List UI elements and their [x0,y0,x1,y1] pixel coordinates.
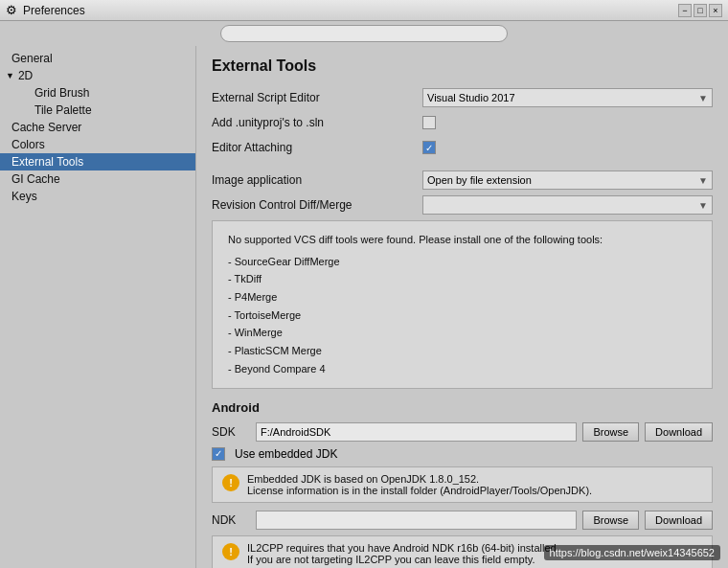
sidebar-item-external-tools[interactable]: External Tools [0,153,195,170]
sdk-label: SDK [212,425,250,439]
editor-attaching-checkbox[interactable] [422,141,436,154]
title-bar: ⚙ Preferences − □ × [0,0,728,21]
revision-label: Revision Control Diff/Merge [212,198,422,212]
revision-row: Revision Control Diff/Merge ▼ [212,195,713,215]
diff-tool-5: - WinMerge [228,324,696,342]
unity-proj-checkbox[interactable] [422,116,436,129]
chevron-down-icon: ▼ [6,71,14,80]
diff-tool-2: - TkDiff [228,270,696,288]
jdk-warning-line1: Embedded JDK is based on OpenJDK 1.8.0_1… [247,473,592,485]
ndk-warning-icon: ! [222,543,239,560]
use-embedded-jdk-label: Use embedded JDK [235,447,337,461]
sdk-row: SDK Browse Download [212,422,713,442]
diff-tool-4: - TortoiseMerge [228,307,696,325]
sdk-browse-button[interactable]: Browse [582,422,639,442]
sidebar-item-colors[interactable]: Colors [0,136,195,153]
image-app-select[interactable]: Open by file extension ▼ [422,170,713,190]
unity-proj-control [422,116,713,129]
sdk-download-button[interactable]: Download [645,422,713,442]
close-button[interactable]: × [709,4,722,17]
diff-tool-7: - Beyond Compare 4 [228,360,696,378]
revision-arrow: ▼ [698,200,708,211]
diff-tools-box: No supported VCS diff tools were found. … [212,220,713,389]
editor-attaching-control [422,141,713,154]
image-app-row: Image application Open by file extension… [212,170,713,190]
use-embedded-jdk-row: Use embedded JDK [212,447,713,461]
editor-attaching-label: Editor Attaching [212,141,422,154]
jdk-warning-text: Embedded JDK is based on OpenJDK 1.8.0_1… [247,473,592,496]
search-input[interactable] [220,25,508,42]
diff-tool-3: - P4Merge [228,288,696,307]
script-editor-control: Visual Studio 2017 ▼ [422,88,713,107]
ndk-input[interactable] [256,511,577,530]
unity-proj-label: Add .unityproj's to .sln [212,116,422,129]
search-bar [0,21,728,46]
script-editor-arrow: ▼ [698,93,708,103]
diff-tool-1: - SourceGear DiffMerge [228,253,696,271]
ndk-warning-line2: If you are not targeting IL2CPP you can … [247,554,559,565]
image-app-value: Open by file extension [427,174,532,186]
revision-select[interactable]: ▼ [422,195,713,215]
android-title: Android [212,400,713,415]
jdk-warning-box: ! Embedded JDK is based on OpenJDK 1.8.0… [212,466,713,503]
window-controls: − □ × [678,4,722,17]
ndk-warning-box: ! IL2CPP requires that you have Android … [212,535,713,569]
sidebar-item-2d-label: 2D [18,69,33,82]
diff-tool-6: - PlasticSCM Merge [228,342,696,360]
sidebar: General ▼ 2D Grid Brush Tile Palette Cac… [0,46,196,568]
image-app-label: Image application [212,173,422,187]
revision-control: ▼ [422,195,713,215]
use-embedded-jdk-checkbox[interactable] [212,447,225,461]
sidebar-item-2d[interactable]: ▼ 2D [0,67,195,84]
ndk-warning-line1: IL2CPP requires that you have Android ND… [247,542,559,554]
window-title: Preferences [23,4,85,17]
sidebar-item-cache-server[interactable]: Cache Server [0,119,195,136]
sidebar-item-keys[interactable]: Keys [0,188,195,205]
sdk-input[interactable] [256,422,577,442]
ndk-browse-button[interactable]: Browse [582,511,639,530]
jdk-warning-line2: License information is in the install fo… [247,485,592,496]
diff-tools-message: No supported VCS diff tools were found. … [228,231,696,249]
ndk-label: NDK [212,513,250,527]
ndk-row: NDK Browse Download [212,511,713,530]
ndk-download-button[interactable]: Download [645,511,713,530]
script-editor-value: Visual Studio 2017 [427,92,515,103]
image-app-arrow: ▼ [698,175,708,186]
script-editor-select[interactable]: Visual Studio 2017 ▼ [422,88,713,107]
section-title: External Tools [212,57,713,75]
script-editor-label: External Script Editor [212,91,422,104]
ndk-warning-text: IL2CPP requires that you have Android ND… [247,542,559,565]
main-layout: General ▼ 2D Grid Brush Tile Palette Cac… [0,46,728,568]
maximize-button[interactable]: □ [694,4,707,17]
app-icon: ⚙ [6,3,17,17]
content-area: External Tools External Script Editor Vi… [196,46,728,568]
sidebar-item-general[interactable]: General [0,50,195,67]
sidebar-item-tile-palette[interactable]: Tile Palette [0,102,195,119]
unity-proj-row: Add .unityproj's to .sln [212,113,713,132]
image-app-control: Open by file extension ▼ [422,170,713,190]
jdk-warning-icon: ! [222,474,239,491]
script-editor-row: External Script Editor Visual Studio 201… [212,88,713,107]
sidebar-item-gi-cache[interactable]: GI Cache [0,170,195,188]
editor-attaching-row: Editor Attaching [212,138,713,157]
minimize-button[interactable]: − [678,4,692,17]
sidebar-item-grid-brush[interactable]: Grid Brush [0,84,195,102]
